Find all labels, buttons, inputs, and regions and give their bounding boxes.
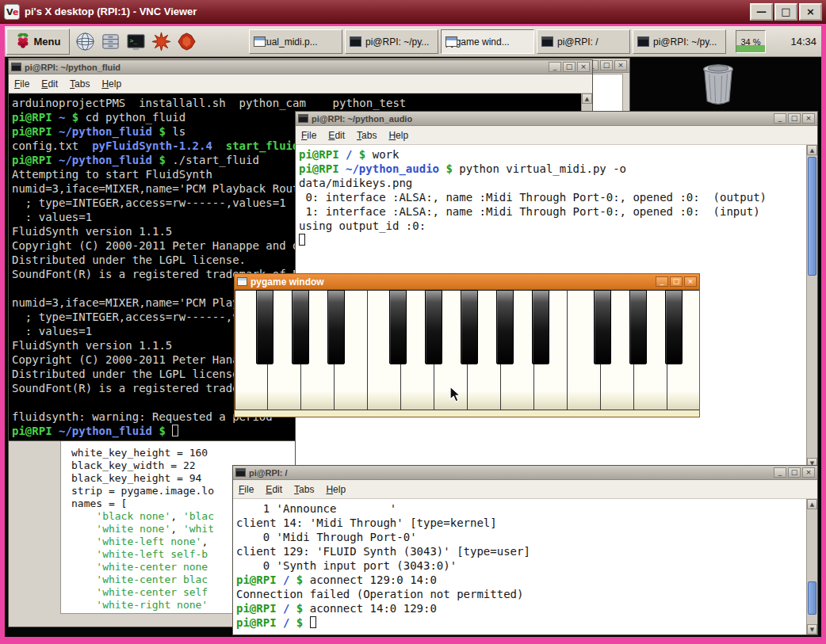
pygame-canvas[interactable] [235, 290, 699, 417]
vnc-titlebar[interactable]: Ve pi's X desktop (RPI:1) - VNC Viewer —… [0, 0, 826, 24]
text-line: black_key_height = 94 [71, 472, 214, 485]
menu-file[interactable]: File [239, 484, 254, 495]
scrollbar-thumb[interactable] [808, 157, 816, 276]
maximize-icon[interactable]: □ [563, 62, 576, 72]
piano-black-key[interactable] [327, 290, 345, 364]
scroll-down-icon[interactable]: ▼ [807, 624, 817, 634]
pygame-window: pygame window _□× [234, 273, 700, 417]
taskbar: Menu >_ [5, 26, 821, 57]
piano-black-key[interactable] [256, 290, 273, 364]
menu-tabs[interactable]: Tabs [357, 130, 377, 141]
pygame-titlebar[interactable]: pygame window _□× [235, 274, 699, 290]
piano-black-key[interactable] [292, 290, 309, 364]
vnc-window-controls: —□× [750, 3, 822, 21]
text-line: 0: interface :ALSA:, name :Midi Through … [299, 190, 814, 204]
scrollbar[interactable]: ▲ ▼ [806, 499, 817, 634]
pygame-window-controls: _□× [656, 276, 697, 287]
menu-help[interactable]: Help [326, 484, 346, 495]
terminal-root-content[interactable]: 1 'Announce 'client 14: 'Midi Through' [… [233, 499, 817, 634]
menu-file[interactable]: File [14, 78, 29, 90]
cursor-block [299, 234, 305, 246]
web-browser-icon[interactable] [75, 30, 96, 52]
vnc-client-area: Menu >_ [0, 24, 826, 644]
piano-black-key[interactable] [461, 290, 478, 364]
piano-black-key[interactable] [496, 290, 514, 364]
text-line: strip = pygame.image.lo [71, 485, 214, 497]
piano-keyboard[interactable] [235, 290, 699, 410]
menu-tabs[interactable]: Tabs [70, 78, 90, 90]
close-icon[interactable]: × [802, 113, 815, 124]
terminal-root-controls: _□× [774, 467, 815, 478]
terminal-audio-title: pi@RPI: ~/python_audio [312, 114, 412, 124]
close-icon[interactable]: × [577, 62, 590, 72]
file-manager-icon[interactable] [100, 30, 121, 52]
raspberry-menu-icon [16, 32, 30, 51]
terminal-fluid-titlebar[interactable]: pi@RPI: ~/python_fluid _□× [9, 60, 592, 74]
scroll-up-icon[interactable]: ▲ [582, 93, 592, 104]
piano-black-key[interactable] [594, 290, 611, 364]
terminal-root-titlebar[interactable]: pi@RPI: / _□× [233, 466, 817, 480]
vnc-close-button[interactable]: × [799, 3, 822, 21]
vnc-logo-icon: Ve [4, 4, 20, 20]
scroll-up-icon[interactable]: ▲ [807, 145, 817, 155]
vnc-minimize-button[interactable]: — [750, 3, 773, 21]
svg-text:>_: >_ [130, 37, 138, 44]
taskbar-window-button-3[interactable]: pi@RPI: / [537, 29, 630, 54]
taskbar-window-button-1[interactable]: pi@RPI: ~/py... [345, 29, 438, 54]
text-line: 'white-center self [71, 586, 214, 599]
menu-edit[interactable]: Edit [328, 130, 345, 141]
maximize-icon[interactable]: □ [600, 60, 613, 70]
menu-tabs[interactable]: Tabs [294, 484, 314, 495]
vnc-maximize-button[interactable]: □ [774, 3, 797, 21]
cpu-usage-label: 34 % [736, 31, 765, 52]
text-line: 'white none', 'whit [71, 523, 214, 535]
piano-black-key[interactable] [389, 290, 407, 364]
piano-black-key[interactable] [425, 290, 442, 364]
scroll-up-icon[interactable]: ▲ [807, 499, 817, 509]
maximize-icon[interactable]: □ [788, 113, 801, 124]
terminal-root-menubar: FileEditTabsHelp [233, 480, 817, 499]
menu-label: Menu [34, 36, 61, 48]
scrollbar-thumb[interactable] [808, 581, 816, 615]
taskbar-window-list: virtual_midi.p...pi@RPI: ~/py...pygame w… [249, 29, 726, 54]
menu-help[interactable]: Help [388, 130, 408, 141]
piano-black-key[interactable] [532, 290, 549, 364]
minimize-icon[interactable]: _ [656, 276, 668, 287]
close-icon[interactable]: × [684, 276, 697, 287]
vnc-viewer-window: Ve pi's X desktop (RPI:1) - VNC Viewer —… [0, 0, 826, 644]
close-icon[interactable]: × [614, 60, 627, 70]
text-line: 'white-center none [71, 561, 214, 574]
mathematica-icon[interactable] [151, 30, 172, 52]
text-line: pi@RPI / $ aconnect 14:0 129:0 [236, 601, 814, 615]
text-line: pi@RPI / $ work [299, 147, 814, 162]
trash-icon[interactable] [700, 62, 736, 106]
piano-black-key[interactable] [629, 290, 647, 364]
window-icon [446, 36, 457, 47]
menu-help[interactable]: Help [101, 78, 121, 90]
text-line: pi@RPI / $ [236, 615, 814, 630]
taskbar-window-label: pi@RPI: ~/py... [365, 36, 429, 48]
text-line: names = [ [71, 497, 214, 510]
cpu-monitor[interactable]: 34 % [736, 30, 766, 53]
minimize-icon[interactable]: _ [774, 467, 786, 478]
close-icon[interactable]: × [802, 467, 815, 478]
terminal-launcher-icon[interactable]: >_ [125, 30, 147, 52]
piano-black-key[interactable] [665, 290, 683, 364]
taskbar-window-button-0[interactable]: virtual_midi.p... [249, 29, 342, 54]
terminal-icon [541, 36, 553, 47]
wolfram-icon[interactable] [176, 30, 197, 52]
terminal-window-root: pi@RPI: / _□× FileEditTabsHelp 1 'Announ… [232, 465, 818, 635]
minimize-icon[interactable]: _ [774, 113, 786, 124]
taskbar-window-button-4[interactable]: pi@RPI: ~/py... [633, 29, 726, 54]
scrollbar[interactable]: ▲ ▼ [806, 145, 817, 468]
taskbar-window-button-2[interactable]: pygame wind... [441, 29, 534, 54]
menu-edit[interactable]: Edit [266, 484, 282, 495]
menu-edit[interactable]: Edit [41, 78, 58, 90]
minimize-icon[interactable]: _ [549, 62, 561, 72]
taskbar-window-label: pi@RPI: / [557, 36, 598, 48]
terminal-audio-titlebar[interactable]: pi@RPI: ~/python_audio _□× [296, 112, 817, 126]
menu-file[interactable]: File [301, 130, 316, 141]
maximize-icon[interactable]: □ [670, 276, 683, 287]
maximize-icon[interactable]: □ [788, 467, 801, 478]
menu-button[interactable]: Menu [6, 29, 70, 55]
